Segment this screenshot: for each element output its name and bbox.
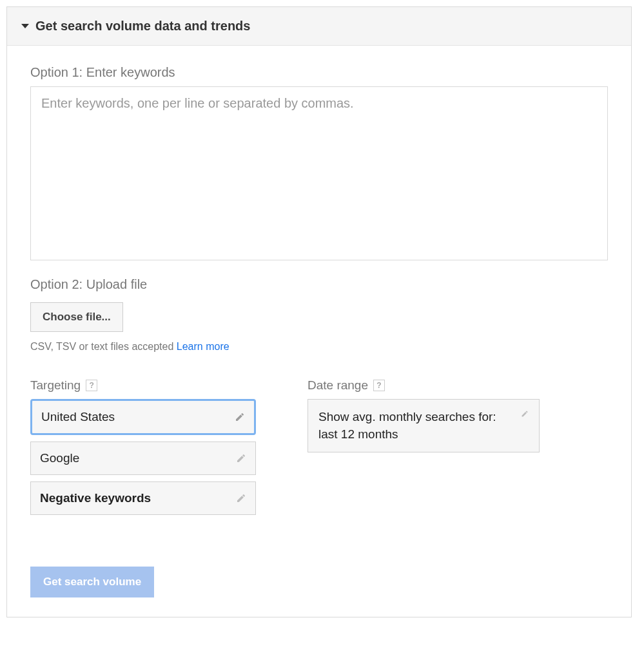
date-range-heading-text: Date range [307, 378, 368, 393]
file-hint-text: CSV, TSV or text files accepted [30, 341, 177, 352]
panel-title: Get search volume data and trends [35, 19, 250, 34]
date-range-text: Show avg. monthly searches for: last 12 … [318, 409, 521, 443]
pencil-icon [235, 412, 245, 422]
learn-more-link[interactable]: Learn more [177, 341, 229, 352]
panel-header[interactable]: Get search volume data and trends [7, 7, 631, 46]
search-volume-panel: Get search volume data and trends Option… [6, 6, 632, 617]
date-range-heading: Date range ? [307, 378, 540, 393]
targeting-item-label: United States [41, 410, 115, 424]
targeting-negative-keywords[interactable]: Negative keywords [30, 481, 256, 515]
pencil-icon [236, 453, 246, 463]
targeting-item-label: Negative keywords [40, 491, 151, 505]
option1-label: Option 1: Enter keywords [30, 65, 608, 80]
pencil-icon [236, 493, 246, 503]
targeting-heading-text: Targeting [30, 378, 81, 393]
targeting-location[interactable]: United States [30, 399, 256, 435]
help-icon[interactable]: ? [86, 380, 97, 391]
file-accepted-hint: CSV, TSV or text files accepted Learn mo… [30, 341, 608, 353]
date-range-section: Date range ? Show avg. monthly searches … [307, 378, 540, 521]
panel-body: Option 1: Enter keywords Option 2: Uploa… [7, 46, 631, 617]
pencil-icon [521, 409, 529, 419]
targeting-section: Targeting ? United States Google Negativ… [30, 378, 256, 521]
keywords-input[interactable] [30, 86, 608, 260]
help-icon[interactable]: ? [373, 380, 385, 391]
date-range-selector[interactable]: Show avg. monthly searches for: last 12 … [307, 399, 540, 452]
choose-file-button[interactable]: Choose file... [30, 302, 123, 332]
targeting-network[interactable]: Google [30, 442, 256, 475]
targeting-item-label: Google [40, 451, 79, 465]
targeting-heading: Targeting ? [30, 378, 256, 393]
option2-label: Option 2: Upload file [30, 277, 608, 292]
caret-down-icon [21, 24, 29, 28]
get-search-volume-button[interactable]: Get search volume [30, 567, 154, 597]
